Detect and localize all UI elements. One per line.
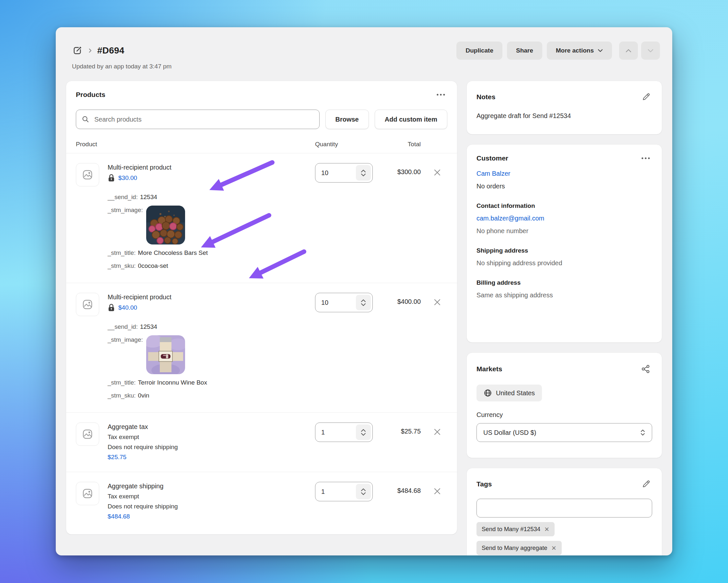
updated-timestamp: Updated by an app today at 3:47 pm xyxy=(72,63,662,70)
share-button[interactable]: Share xyxy=(507,42,542,60)
property-stm-image: _stm_image: xyxy=(108,206,315,245)
image-placeholder-icon xyxy=(81,487,94,500)
line-total: $300.00 xyxy=(373,163,427,176)
network-nodes-icon xyxy=(641,364,650,374)
currency-select[interactable]: US Dollar (USD $) xyxy=(476,423,652,442)
search-products-box xyxy=(76,109,319,129)
image-placeholder-icon xyxy=(81,168,94,181)
chevron-up-icon xyxy=(626,49,631,53)
globe-icon xyxy=(484,389,492,397)
product-row-1: Multi-recipient product $30.00 xyxy=(76,153,447,283)
market-united-states-pill[interactable]: United States xyxy=(476,385,542,401)
stm-image-chocolate-truffles xyxy=(146,206,185,245)
quantity-input[interactable] xyxy=(315,429,354,436)
tax-exempt-label: Tax exempt xyxy=(108,433,315,441)
customer-title: Customer xyxy=(476,154,508,162)
close-icon xyxy=(433,298,441,306)
stm-image-wine-box xyxy=(146,335,185,374)
desktop-background: #D694 Duplicate Share More actions xyxy=(0,0,728,583)
shipping-not-required-label: Does not require shipping xyxy=(108,443,315,451)
note-content: Aggregate draft for Send #12534 xyxy=(476,112,652,120)
currency-value: US Dollar (USD $) xyxy=(483,429,536,436)
page-title: #D694 xyxy=(97,45,125,56)
product-price-link[interactable]: $484.68 xyxy=(108,513,130,520)
chevron-down-icon xyxy=(598,49,603,52)
quantity-input[interactable] xyxy=(315,169,354,177)
shipping-address-value: No shipping address provided xyxy=(476,259,652,267)
property-stm-title: _stm_title: Terroir Inconnu Wine Box xyxy=(108,378,315,387)
column-quantity: Quantity xyxy=(315,141,373,148)
quantity-input[interactable] xyxy=(315,299,354,306)
product-price-link[interactable]: $25.75 xyxy=(108,454,126,460)
duplicate-button[interactable]: Duplicate xyxy=(457,42,502,60)
product-thumbnail-placeholder xyxy=(76,423,99,446)
column-product: Product xyxy=(76,141,315,148)
remove-tag-icon[interactable]: ✕ xyxy=(544,526,549,532)
products-menu-button[interactable] xyxy=(434,92,447,98)
customer-menu-button[interactable] xyxy=(639,155,652,161)
next-order-button[interactable] xyxy=(641,42,660,60)
products-card-title: Products xyxy=(76,91,105,99)
remove-line-button[interactable] xyxy=(427,293,447,307)
tax-exempt-label: Tax exempt xyxy=(108,493,315,500)
shipping-address-heading: Shipping address xyxy=(476,247,652,254)
stepper-buttons[interactable] xyxy=(356,484,371,499)
manage-markets-button[interactable] xyxy=(639,362,652,376)
horizontal-dots-icon xyxy=(436,93,445,96)
product-title: Multi-recipient product xyxy=(108,294,315,301)
products-table-header: Product Quantity Total xyxy=(76,141,447,153)
more-actions-button[interactable]: More actions xyxy=(547,42,612,60)
browse-button[interactable]: Browse xyxy=(326,109,369,129)
line-total: $484.68 xyxy=(373,482,427,495)
close-icon xyxy=(433,487,441,496)
remove-line-button[interactable] xyxy=(427,482,447,496)
remove-tag-icon[interactable]: ✕ xyxy=(551,545,556,551)
property-stm-sku: _stm_sku: 0vin xyxy=(108,391,315,400)
shipping-not-required-label: Does not require shipping xyxy=(108,503,315,510)
stepper-buttons[interactable] xyxy=(356,165,371,181)
line-total: $400.00 xyxy=(373,293,427,305)
property-stm-sku: _stm_sku: 0cocoa-set xyxy=(108,261,315,271)
market-label: United States xyxy=(496,389,535,397)
product-row-3: Aggregate tax Tax exempt Does not requir… xyxy=(76,413,447,472)
stepper-buttons[interactable] xyxy=(356,425,371,440)
product-thumbnail-placeholder xyxy=(76,163,99,186)
markets-card: Markets xyxy=(467,353,662,458)
customer-name-link[interactable]: Cam Balzer xyxy=(476,170,510,177)
contact-information-heading: Contact information xyxy=(476,202,652,209)
property-stm-image: _stm_image: xyxy=(108,335,315,374)
sidebar: Notes Aggregate draft for Send #12534 Cu… xyxy=(467,81,662,555)
notes-title: Notes xyxy=(476,93,495,101)
tags-card: Tags Send to Many #12534 ✕ xyxy=(467,468,662,555)
horizontal-dots-icon xyxy=(641,157,650,159)
product-price-link[interactable]: $40.00 xyxy=(118,304,137,311)
stepper-down-icon xyxy=(361,303,366,306)
quantity-stepper xyxy=(315,482,373,501)
edit-notes-button[interactable] xyxy=(640,91,652,103)
chevron-down-icon xyxy=(648,49,653,53)
stepper-up-icon xyxy=(361,299,366,302)
more-actions-label: More actions xyxy=(556,47,594,54)
add-custom-item-button[interactable]: Add custom item xyxy=(375,109,447,129)
property-send-id: __send_id: 12534 xyxy=(108,193,315,202)
quantity-input[interactable] xyxy=(315,488,354,496)
product-thumbnail-placeholder xyxy=(76,293,99,316)
image-placeholder-icon xyxy=(81,428,94,441)
property-stm-title: _stm_title: More Chocoless Bars Set xyxy=(108,248,315,257)
stepper-buttons[interactable] xyxy=(356,295,371,310)
lock-icon xyxy=(108,304,115,312)
tags-input[interactable] xyxy=(476,499,652,517)
product-price-link[interactable]: $30.00 xyxy=(118,174,137,182)
product-title: Aggregate tax xyxy=(108,423,315,431)
search-products-input[interactable] xyxy=(76,109,319,129)
remove-line-button[interactable] xyxy=(427,163,447,177)
edit-tags-button[interactable] xyxy=(640,478,652,490)
customer-orders: No orders xyxy=(476,182,652,190)
product-title: Aggregate shipping xyxy=(108,482,315,490)
customer-email-link[interactable]: cam.balzer@gmail.com xyxy=(476,214,544,222)
remove-line-button[interactable] xyxy=(427,423,447,436)
quantity-stepper xyxy=(315,423,373,442)
close-icon xyxy=(433,428,441,436)
markets-title: Markets xyxy=(476,365,502,373)
previous-order-button[interactable] xyxy=(619,42,638,60)
